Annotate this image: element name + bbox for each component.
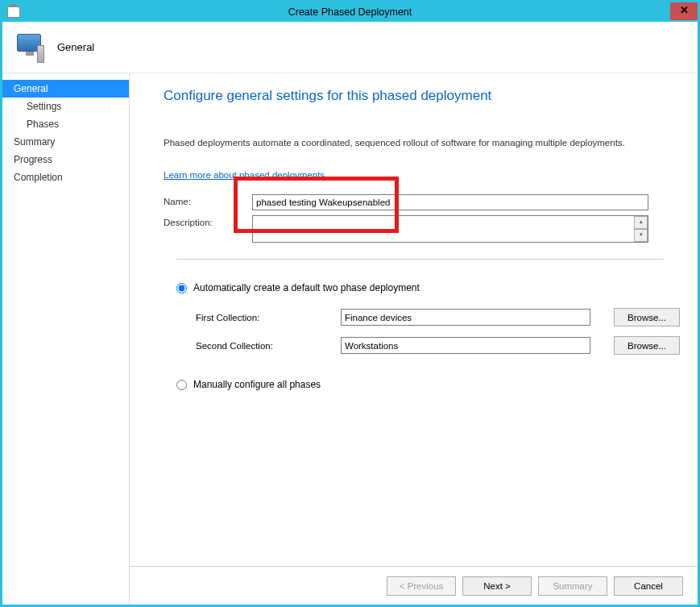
radio-auto[interactable] bbox=[176, 283, 187, 293]
summary-button: Summary bbox=[538, 576, 607, 596]
nav-summary[interactable]: Summary bbox=[2, 133, 129, 151]
close-button[interactable]: ✕ bbox=[670, 2, 698, 20]
wizard-nav: General Settings Phases Summary Progress… bbox=[2, 73, 130, 605]
nav-general[interactable]: General bbox=[2, 80, 129, 98]
wizard-button-bar: < Previous Next > Summary Cancel bbox=[130, 566, 698, 605]
desc-scroll-down[interactable]: ▾ bbox=[634, 229, 648, 242]
nav-phases[interactable]: Phases bbox=[2, 115, 129, 133]
nav-settings[interactable]: Settings bbox=[2, 98, 129, 115]
first-collection-label: First Collection: bbox=[196, 313, 341, 322]
page-title: Configure general settings for this phas… bbox=[164, 88, 680, 104]
first-collection-input[interactable] bbox=[341, 309, 590, 326]
previous-button: < Previous bbox=[387, 576, 456, 596]
app-icon bbox=[7, 6, 20, 18]
body-area: General Settings Phases Summary Progress… bbox=[2, 73, 698, 605]
header-band: General bbox=[2, 22, 698, 73]
window-title: Create Phased Deployment bbox=[288, 6, 412, 18]
titlebar: Create Phased Deployment ✕ bbox=[2, 2, 698, 22]
second-collection-row: Second Collection: Browse... bbox=[164, 336, 680, 355]
intro-text: Phased deployments automate a coordinate… bbox=[164, 138, 680, 148]
name-label: Name: bbox=[164, 194, 252, 206]
radio-auto-row: Automatically create a default two phase… bbox=[164, 282, 680, 293]
second-collection-browse-button[interactable]: Browse... bbox=[614, 336, 680, 355]
second-collection-label: Second Collection: bbox=[196, 341, 341, 351]
radio-auto-label: Automatically create a default two phase… bbox=[193, 282, 420, 293]
header-section-label: General bbox=[57, 41, 94, 53]
radio-manual[interactable] bbox=[176, 380, 187, 390]
description-input[interactable] bbox=[252, 215, 648, 243]
first-collection-browse-button[interactable]: Browse... bbox=[614, 308, 680, 326]
radio-manual-row: Manually configure all phases bbox=[164, 379, 680, 390]
radio-manual-label: Manually configure all phases bbox=[193, 379, 321, 390]
learn-more-link[interactable]: Learn more about phased deployments bbox=[164, 170, 680, 180]
description-row: Description: ▴ ▾ bbox=[164, 215, 680, 243]
nav-progress[interactable]: Progress bbox=[2, 151, 129, 168]
computer-icon bbox=[12, 31, 46, 64]
first-collection-row: First Collection: Browse... bbox=[164, 308, 680, 326]
cancel-button[interactable]: Cancel bbox=[614, 576, 683, 596]
name-row: Name: bbox=[164, 194, 680, 210]
description-label: Description: bbox=[164, 215, 252, 227]
nav-completion[interactable]: Completion bbox=[2, 168, 129, 186]
second-collection-input[interactable] bbox=[341, 337, 590, 354]
name-input[interactable] bbox=[252, 194, 648, 210]
divider bbox=[176, 259, 664, 260]
main-panel: Configure general settings for this phas… bbox=[130, 73, 698, 605]
desc-scroll-up[interactable]: ▴ bbox=[634, 216, 648, 229]
next-button[interactable]: Next > bbox=[462, 576, 532, 596]
